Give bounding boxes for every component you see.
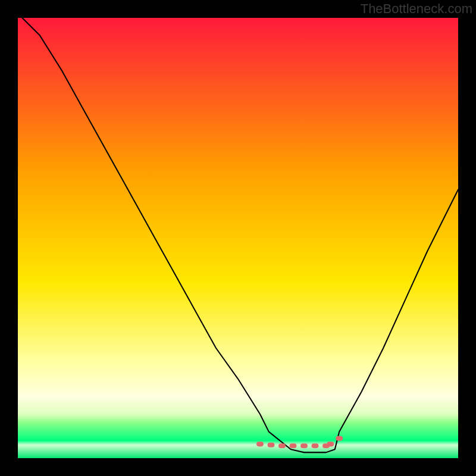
dash-marker xyxy=(327,441,334,446)
bottleneck-curve xyxy=(18,18,458,452)
dash-marker xyxy=(278,443,286,448)
dash-marker xyxy=(312,443,319,448)
plot-svg xyxy=(18,18,458,458)
dash-marker xyxy=(290,443,297,448)
optimal-region-dashes xyxy=(256,436,343,449)
dash-marker xyxy=(336,436,343,441)
dash-marker xyxy=(268,443,275,447)
dash-marker xyxy=(300,443,308,448)
attribution-label: TheBottleneck.com xyxy=(361,1,472,17)
dash-marker xyxy=(256,441,264,446)
bottleneck-plot xyxy=(18,18,458,458)
